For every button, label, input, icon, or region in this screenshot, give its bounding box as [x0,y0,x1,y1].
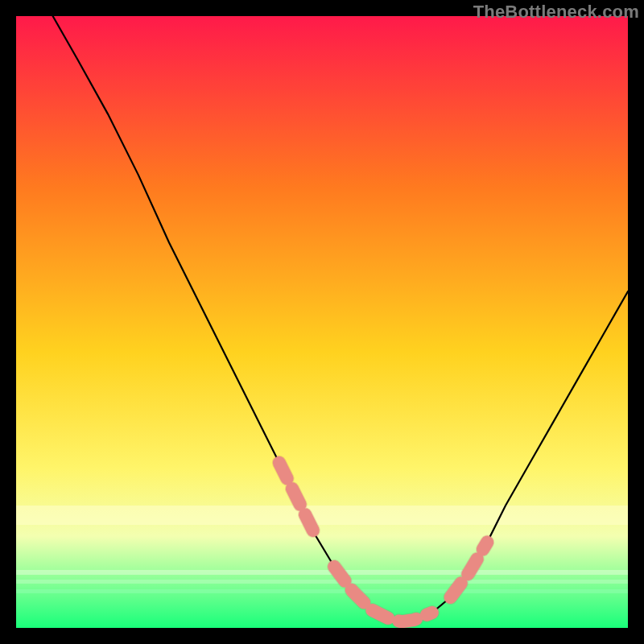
bottleneck-chart [16,16,628,628]
chart-frame [16,16,628,628]
pale-yellow-band [16,506,628,525]
watermark-text: TheBottleneck.com [473,2,639,23]
pale-green-stripe-2 [16,580,628,584]
pale-green-stripe-3 [16,589,628,593]
gradient-background [16,16,628,628]
pale-green-stripe-1 [16,570,628,575]
